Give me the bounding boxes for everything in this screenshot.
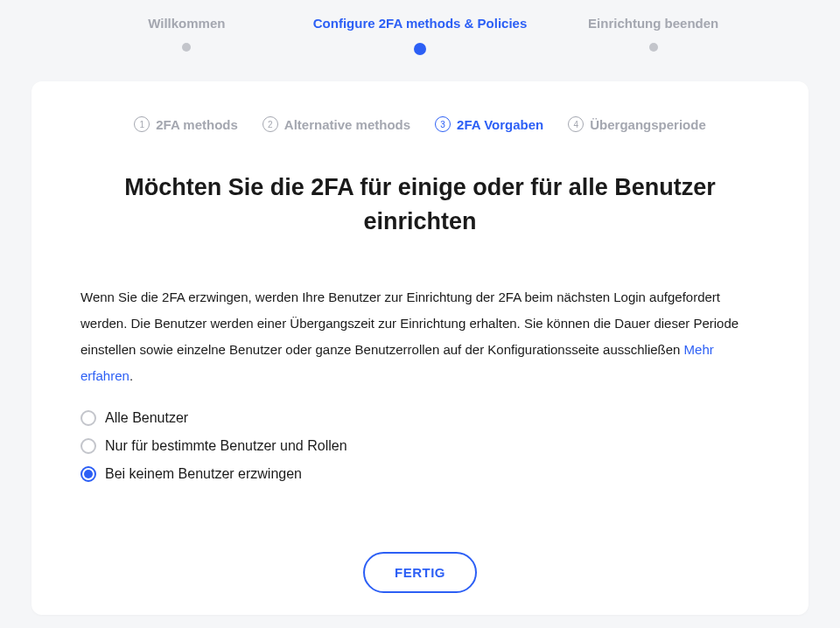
sub-stepper: 1 2FA methods 2 Alternative methods 3 2F…: [80, 116, 760, 132]
step-dot-icon: [649, 43, 658, 52]
done-button[interactable]: FERTIG: [363, 552, 477, 593]
button-row: FERTIG: [80, 552, 760, 593]
radio-icon: [80, 410, 96, 426]
radio-option-all-users[interactable]: Alle Benutzer: [80, 410, 760, 426]
description-text: Wenn Sie die 2FA erzwingen, werden Ihre …: [80, 284, 760, 389]
radio-dot-icon: [84, 470, 93, 478]
description-body: Wenn Sie die 2FA erzwingen, werden Ihre …: [80, 290, 738, 357]
enforcement-radio-group: Alle Benutzer Nur für bestimmte Benutzer…: [80, 410, 760, 482]
radio-label: Nur für bestimmte Benutzer und Rollen: [105, 438, 347, 454]
sub-step-2fa-methods[interactable]: 1 2FA methods: [134, 116, 238, 132]
page-heading: Möchten Sie die 2FA für einige oder für …: [80, 171, 760, 239]
wizard-card: 1 2FA methods 2 Alternative methods 3 2F…: [32, 81, 808, 615]
radio-option-specific-users-roles[interactable]: Nur für bestimmte Benutzer und Rollen: [80, 438, 760, 454]
sub-step-number-icon: 4: [568, 116, 584, 132]
top-step-label: Willkommen: [148, 16, 225, 31]
sub-step-label: Übergangsperiode: [590, 117, 706, 132]
sub-step-2fa-vorgaben[interactable]: 3 2FA Vorgaben: [435, 116, 543, 132]
sub-step-alternative-methods[interactable]: 2 Alternative methods: [262, 116, 410, 132]
top-step-label: Einrichtung beenden: [588, 16, 718, 31]
radio-label: Alle Benutzer: [105, 410, 188, 426]
step-dot-icon: [414, 43, 426, 55]
top-step-configure[interactable]: Configure 2FA methods & Policies: [304, 16, 537, 55]
top-stepper: Willkommen Configure 2FA methods & Polic…: [0, 0, 840, 66]
sub-step-label: Alternative methods: [284, 117, 410, 132]
radio-icon: [80, 466, 96, 482]
top-step-welcome[interactable]: Willkommen: [70, 16, 304, 55]
radio-option-no-enforcement[interactable]: Bei keinem Benutzer erzwingen: [80, 466, 760, 482]
step-dot-icon: [182, 43, 191, 52]
top-step-label: Configure 2FA methods & Policies: [313, 16, 527, 31]
description-suffix: .: [130, 368, 133, 383]
sub-step-number-icon: 2: [262, 116, 278, 132]
sub-step-number-icon: 1: [134, 116, 150, 132]
top-step-finish[interactable]: Einrichtung beenden: [536, 16, 770, 55]
sub-step-number-icon: 3: [435, 116, 451, 132]
sub-step-label: 2FA Vorgaben: [457, 117, 543, 132]
sub-step-label: 2FA methods: [156, 117, 238, 132]
sub-step-uebergangsperiode[interactable]: 4 Übergangsperiode: [568, 116, 706, 132]
radio-icon: [80, 438, 96, 454]
radio-label: Bei keinem Benutzer erzwingen: [105, 466, 302, 482]
